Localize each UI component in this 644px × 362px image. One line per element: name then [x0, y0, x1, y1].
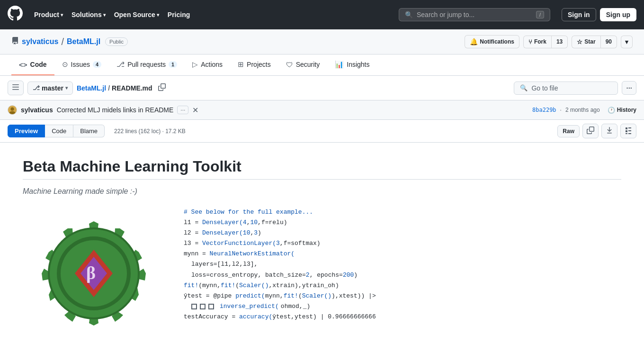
issues-icon: ⊙ — [62, 60, 68, 69]
svg-point-0 — [10, 108, 14, 111]
repo-name-link[interactable]: BetaML.jl — [67, 37, 100, 46]
nav-product[interactable]: Product ▾ — [30, 8, 67, 21]
readme-title: Beta Machine Learning Toolkit — [23, 158, 621, 180]
visibility-badge: Public — [105, 37, 128, 46]
search-container[interactable]: 🔍 Search or jump to... / — [399, 8, 550, 21]
repo-action-buttons: 🔔 Notifications ⑂ Fork 13 ☆ Star 90 ▾ — [465, 35, 633, 48]
bell-icon: 🔔 — [470, 38, 478, 45]
copy-raw-button[interactable] — [582, 124, 599, 138]
chevron-down-icon: ▾ — [157, 12, 159, 18]
readme-content: β # See below for the full example... l1… — [23, 207, 621, 341]
commit-message: Corrected MLJ midels links in README — [57, 106, 174, 114]
breadcrumb-repo-link[interactable]: BetaML.jl — [77, 84, 106, 92]
code-line-10: inverse_predict(ohmod,_) — [184, 301, 621, 312]
more-actions-button[interactable]: ··· — [622, 81, 636, 95]
readme-subtitle: Machine Learning made simple :-) — [23, 187, 621, 196]
search-icon: 🔍 — [405, 11, 413, 18]
svg-text:β: β — [86, 263, 96, 283]
preview-tab-button[interactable]: Preview — [8, 125, 45, 137]
insights-icon: 📊 — [335, 60, 344, 69]
raw-button[interactable]: Raw — [557, 125, 580, 137]
code-icon: <> — [19, 61, 27, 69]
commit-timestamp: 2 months ago — [565, 107, 600, 113]
repo-header: sylvaticus / BetaML.jl Public 🔔 Notifica… — [0, 29, 644, 54]
main-header: Product ▾ Solutions ▾ Open Source ▾ Pric… — [0, 0, 644, 29]
notifications-button[interactable]: 🔔 Notifications — [465, 35, 519, 48]
issues-count-badge: 4 — [93, 61, 101, 68]
tab-insights[interactable]: 📊 Insights — [327, 54, 377, 75]
code-line-2: l1 = DenseLayer(4,10,f=relu) — [184, 217, 621, 228]
repo-breadcrumb: sylvaticus / BetaML.jl Public — [11, 36, 128, 47]
fork-count-button[interactable]: 13 — [552, 36, 568, 48]
pr-count-badge: 1 — [169, 61, 177, 68]
nav-pricing[interactable]: Pricing — [164, 8, 194, 21]
branch-chevron-icon: ▾ — [65, 85, 68, 90]
code-line-4: l3 = VectorFunctionLayer(3,f=softmax) — [184, 238, 621, 249]
sidebar-toggle-button[interactable] — [8, 81, 24, 95]
repo-separator: / — [61, 36, 64, 47]
goto-file-search[interactable]: 🔍 Go to file — [514, 81, 618, 95]
tab-issues[interactable]: ⊙ Issues 4 — [54, 54, 109, 75]
code-line-8: fit!(mynn,fit!(Scaler(),xtrain),ytrain_o… — [184, 281, 621, 291]
code-line-6: layers=[l1,l2,l3], — [184, 259, 621, 270]
list-view-button[interactable] — [620, 124, 636, 138]
code-line-1: # See below for the full example... — [184, 207, 621, 217]
chevron-down-icon: ▾ — [103, 12, 106, 18]
history-button[interactable]: 🕐 History — [608, 107, 636, 114]
download-button[interactable] — [601, 124, 617, 138]
tab-pullrequests[interactable]: ⎇ Pull requests 1 — [109, 54, 185, 75]
star-btn-group: ☆ Star 90 — [572, 36, 617, 48]
betagear-logo-container: β — [23, 207, 165, 341]
signup-button[interactable]: Sign up — [600, 8, 636, 21]
breadcrumb-path: BetaML.jl / README.md — [77, 84, 152, 92]
nav-opensource[interactable]: Open Source ▾ — [110, 8, 163, 21]
svg-point-1 — [9, 111, 16, 115]
commit-details-toggle[interactable]: ··· — [177, 106, 188, 114]
commit-meta: 8ba229b · 2 months ago 🕐 History — [532, 107, 636, 114]
repo-owner-link[interactable]: sylvaticus — [22, 37, 58, 46]
tab-security[interactable]: 🛡 Security — [278, 54, 328, 75]
security-icon: 🛡 — [286, 61, 293, 69]
file-action-buttons: Raw — [557, 124, 636, 138]
projects-icon: ⊞ — [238, 60, 244, 69]
commit-author[interactable]: sylvaticus — [21, 106, 53, 114]
file-bar: ⎇ master ▾ BetaML.jl / README.md 🔍 Go to… — [0, 76, 644, 100]
tab-code[interactable]: <> Code — [11, 54, 54, 75]
search-shortcut-badge: / — [536, 11, 544, 18]
star-count-button[interactable]: 90 — [601, 36, 617, 48]
nav-solutions[interactable]: Solutions ▾ — [68, 8, 109, 21]
repo-tabs: <> Code ⊙ Issues 4 ⎇ Pull requests 1 ▷ A… — [0, 54, 644, 76]
tab-projects[interactable]: ⊞ Projects — [230, 54, 278, 75]
code-line-7: loss=cross_entropy, batch_size=2, epochs… — [184, 270, 621, 281]
branch-icon: ⎇ — [33, 84, 40, 91]
blame-tab-button[interactable]: Blame — [73, 125, 105, 137]
file-view-bar: Preview Code Blame 222 lines (162 loc) ·… — [0, 120, 644, 143]
fork-button[interactable]: ⑂ Fork — [523, 36, 552, 48]
copy-path-button[interactable] — [156, 81, 168, 94]
code-line-9: ŷtest = @pipe predict(mynn,fit!(Scaler()… — [184, 291, 621, 301]
close-description-button[interactable]: ✕ — [192, 106, 198, 115]
search-input[interactable]: Search or jump to... — [417, 11, 532, 18]
commit-sha-link[interactable]: 8ba229b — [532, 107, 556, 113]
code-line-3: l2 = DenseLayer(10,3) — [184, 228, 621, 238]
view-mode-tabs: Preview Code Blame — [8, 125, 105, 137]
fork-btn-group: ⑂ Fork 13 — [523, 36, 568, 48]
code-line-5: mynn = NeuralNetworkEstimator( — [184, 249, 621, 259]
github-logo-icon[interactable] — [8, 6, 23, 24]
search-icon: 🔍 — [520, 84, 528, 91]
pr-icon: ⎇ — [116, 60, 125, 69]
branch-selector-button[interactable]: ⎇ master ▾ — [27, 81, 73, 95]
star-button[interactable]: ☆ Star — [572, 36, 600, 48]
path-separator: / — [108, 84, 110, 92]
signin-button[interactable]: Sign in — [562, 8, 596, 21]
chevron-down-icon: ▾ — [61, 12, 63, 18]
betagear-logo: β — [23, 207, 165, 340]
tab-actions[interactable]: ▷ Actions — [185, 54, 230, 75]
readme-code-block: # See below for the full example... l1 =… — [184, 207, 621, 322]
file-info: 222 lines (162 loc) · 17.2 KB — [114, 128, 186, 135]
code-tab-button[interactable]: Code — [45, 125, 73, 137]
header-nav: Product ▾ Solutions ▾ Open Source ▾ Pric… — [30, 8, 194, 21]
repo-type-icon — [11, 37, 19, 46]
commit-time: · — [560, 107, 562, 113]
add-to-list-button[interactable]: ▾ — [621, 36, 633, 48]
